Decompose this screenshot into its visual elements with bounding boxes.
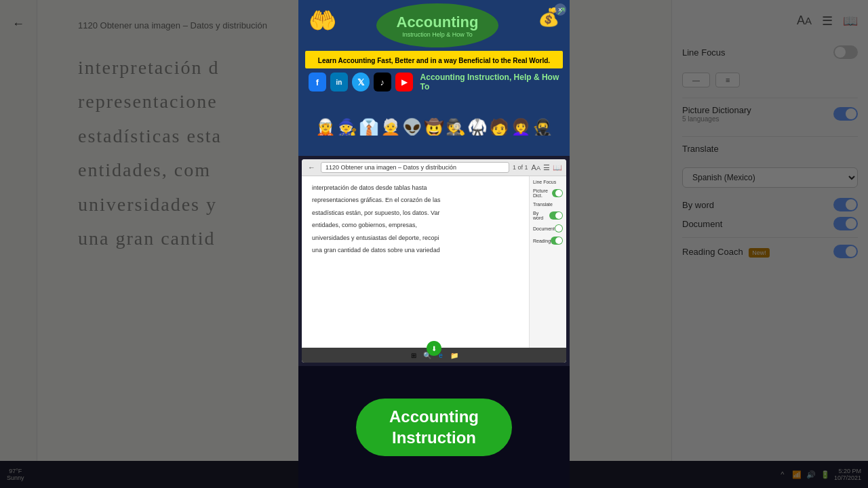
tiktok-icon[interactable]: ♪ <box>374 73 391 92</box>
char-9: 🧑 <box>489 119 509 136</box>
youtube-icon[interactable]: ▶ <box>395 73 413 92</box>
mini-dict: Picture Dict. <box>533 188 563 198</box>
mini-line-focus: Line Focus <box>533 180 563 184</box>
video-popup: × 🤲 Accounting Instruction Help & How To… <box>298 0 570 488</box>
learn-banner-text: Learn Accounting Fast, Better and in a w… <box>318 57 550 64</box>
scroll-indicator[interactable]: ⬇ <box>427 341 441 356</box>
channel-top-row: 🤲 Accounting Instruction Help & How To 💰… <box>305 7 563 47</box>
browser-text-line-3: estadísticas están, por supuesto, los da… <box>312 208 519 218</box>
browser-btn-1[interactable]: AA <box>532 163 540 172</box>
browser-text-line-5: universidades y entusiastas del deporte,… <box>312 233 519 243</box>
channel-art: 🤲 Accounting Instruction Help & How To 💰… <box>298 0 570 156</box>
char-10: 👩‍🦱 <box>511 119 531 136</box>
char-7: 🕵️ <box>446 119 466 136</box>
browser-text-line-6: una gran cantidad de datos sobre una var… <box>312 245 519 255</box>
mini-document-toggle[interactable] <box>555 224 563 232</box>
file-mini[interactable]: 📁 <box>449 350 460 361</box>
bottom-title-1: Accounting <box>389 406 479 427</box>
char-8: 🥋 <box>467 119 488 136</box>
browser-action-btns: AA ☰ 📖 <box>532 163 562 172</box>
mini-byword: By word <box>533 211 563 220</box>
browser-toolbar: ← 1120 Obtener una imagen – Datos y dist… <box>302 159 566 176</box>
char-11: 🥷 <box>532 119 553 136</box>
close-button[interactable]: × <box>554 3 566 16</box>
facebook-icon[interactable]: f <box>309 73 326 92</box>
bottom-title-2: Instruction <box>392 427 476 448</box>
browser-text-line-2: representaciones gráficas. En el corazón… <box>312 195 519 205</box>
char-3: 👔 <box>359 119 379 136</box>
characters-row: 🧝 🧙 👔 🧑‍🦳 👽 🤠 🕵️ 🥋 🧑 👩‍🦱 🥷 <box>305 95 563 136</box>
browser-url-bar[interactable]: 1120 Obtener una imagen – Datos y distri… <box>321 162 509 173</box>
mini-document: Document <box>533 224 563 232</box>
learn-banner: Learn Accounting Fast, Better and in a w… <box>305 51 563 68</box>
linkedin-icon[interactable]: in <box>330 73 348 92</box>
browser-content: interpretación de datos desde tablas has… <box>302 176 566 348</box>
windows-start-mini[interactable]: ⊞ <box>408 350 419 361</box>
accounting-title: Accounting <box>397 14 479 31</box>
char-5: 👽 <box>402 119 422 136</box>
bottom-section: Accounting Instruction <box>298 366 570 488</box>
browser-back-btn[interactable]: ← <box>306 163 317 172</box>
social-row: f in 𝕏 ♪ ▶ Accounting Instruction, Help … <box>305 73 563 92</box>
twitter-icon[interactable]: 𝕏 <box>352 73 370 92</box>
mini-coach-toggle[interactable] <box>551 237 563 245</box>
mini-byword-toggle[interactable] <box>549 211 563 220</box>
mini-dict-toggle[interactable] <box>552 189 563 197</box>
browser-doc-area: interpretación de datos desde tablas has… <box>302 176 529 348</box>
char-1: 🧝 <box>315 119 336 136</box>
browser-right-panel: Line Focus Picture Dict. Translate <box>529 176 566 348</box>
money-hand-icon: 🤲 <box>309 7 337 34</box>
page-count: 1 of 1 <box>513 164 528 171</box>
browser-text-line-4: entidades, como gobiernos, empresas, <box>312 220 519 230</box>
browser-btn-3[interactable]: 📖 <box>553 163 562 172</box>
browser-btn-2[interactable]: ☰ <box>543 163 550 172</box>
channel-name-text: Accounting Instruction, Help & How To <box>420 73 559 92</box>
char-6: 🤠 <box>424 119 444 136</box>
accounting-subtitle: Instruction Help & How To <box>402 31 472 38</box>
char-2: 🧙 <box>337 119 357 136</box>
mini-translate: Translate <box>533 202 563 207</box>
accounting-title-oval: Accounting Instruction Help & How To <box>376 3 498 47</box>
browser-text-line-1: interpretación de datos desde tablas has… <box>312 183 519 192</box>
char-4: 🧑‍🦳 <box>380 119 401 136</box>
embedded-browser: ← 1120 Obtener una imagen – Datos y dist… <box>302 159 566 363</box>
mini-coach: Reading <box>533 237 563 245</box>
accounting-instruction-oval: Accounting Instruction <box>356 399 512 456</box>
